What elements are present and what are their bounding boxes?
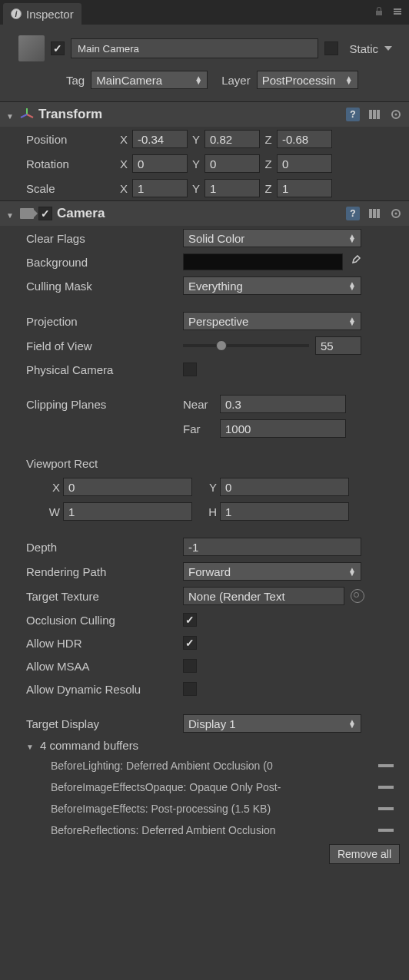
gameobject-icon[interactable] [18, 35, 45, 61]
viewport-h-input[interactable] [220, 502, 349, 521]
svg-rect-6 [369, 110, 372, 119]
static-checkbox[interactable] [324, 41, 338, 55]
rendering-path-label: Rendering Path [26, 565, 180, 578]
cmd-buffer-item: BeforeImageEffectsOpaque: Opaque Only Po… [0, 776, 409, 798]
culling-mask-dropdown[interactable]: Everything▲▼ [183, 276, 361, 295]
target-texture-field[interactable]: None (Render Text [183, 587, 344, 605]
active-checkbox[interactable] [51, 41, 65, 55]
rotation-x-input[interactable] [132, 154, 188, 173]
vw-label: W [45, 505, 60, 518]
allow-msaa-checkbox[interactable] [183, 659, 197, 673]
static-dropdown-icon[interactable] [384, 43, 395, 54]
vh-label: H [201, 505, 217, 518]
cmd-buffers-label: 4 command buffers [40, 739, 138, 752]
scale-z-input[interactable] [277, 179, 332, 197]
remove-cmd-icon[interactable] [378, 807, 394, 810]
transform-icon [20, 108, 34, 121]
scale-label: Scale [26, 182, 115, 195]
position-x-input[interactable] [132, 130, 188, 148]
projection-dropdown[interactable]: Perspective▲▼ [183, 312, 361, 330]
viewport-rect-label: Viewport Rect [26, 457, 180, 470]
camera-title: Camera [57, 206, 105, 221]
tab-menu-icon[interactable] [392, 6, 403, 19]
camera-component: Camera ? Clear Flags Solid Color▲▼ Backg… [0, 200, 409, 864]
fov-input[interactable] [315, 336, 361, 355]
clipping-planes-label: Clipping Planes [26, 398, 180, 411]
inspector-tab[interactable]: i Inspector [3, 3, 81, 25]
projection-label: Projection [26, 315, 180, 328]
allow-msaa-label: Allow MSAA [26, 660, 180, 673]
tag-label: Tag [66, 74, 85, 87]
fov-slider[interactable] [183, 344, 309, 347]
position-y-input[interactable] [204, 130, 260, 148]
help-icon[interactable]: ? [346, 207, 360, 220]
svg-rect-1 [394, 11, 401, 12]
vx-label: X [45, 481, 60, 494]
allow-dynres-checkbox[interactable] [183, 682, 197, 696]
culling-mask-label: Culling Mask [26, 280, 180, 293]
far-label: Far [183, 422, 217, 435]
info-icon: i [11, 8, 22, 19]
depth-label: Depth [26, 541, 180, 554]
gameobject-name-input[interactable] [71, 38, 318, 58]
preset-icon[interactable] [367, 207, 381, 220]
physical-camera-checkbox[interactable] [183, 363, 197, 376]
far-input[interactable] [220, 419, 346, 438]
remove-cmd-icon[interactable] [378, 829, 394, 832]
svg-rect-2 [394, 13, 401, 15]
y-label: Y [191, 133, 201, 146]
static-label: Static [349, 42, 378, 55]
cmd-buffer-item: BeforeReflections: Deferred Ambient Occl… [0, 819, 409, 841]
help-icon[interactable]: ? [346, 108, 360, 121]
transform-component: Transform ? Position X Y Z Rotation X Y … [0, 101, 409, 200]
tag-dropdown[interactable]: MainCamera ▲▼ [91, 71, 208, 89]
cmd-buffer-item: BeforeImageEffects: Post-processing (1.5… [0, 798, 409, 819]
camera-foldout[interactable] [6, 207, 15, 220]
gear-icon[interactable] [389, 207, 403, 220]
depth-input[interactable] [183, 538, 361, 556]
layer-dropdown[interactable]: PostProcessin ▲▼ [257, 71, 358, 89]
viewport-w-input[interactable] [63, 502, 192, 521]
remove-all-button[interactable]: Remove all [329, 844, 400, 864]
near-input[interactable] [220, 395, 346, 413]
viewport-y-input[interactable] [220, 478, 349, 496]
gameobject-header: Static Tag MainCamera ▲▼ Layer PostProce… [0, 25, 409, 101]
svg-rect-11 [369, 209, 372, 218]
camera-enabled-checkbox[interactable] [38, 207, 52, 220]
svg-line-5 [21, 114, 27, 118]
vy-label: Y [201, 481, 217, 494]
rotation-z-input[interactable] [277, 154, 332, 173]
target-texture-label: Target Texture [26, 590, 180, 603]
scale-x-input[interactable] [132, 179, 188, 197]
lock-icon[interactable] [374, 6, 384, 19]
transform-foldout[interactable] [6, 108, 15, 121]
object-picker-icon[interactable] [351, 589, 364, 603]
svg-rect-8 [377, 110, 380, 119]
cmd-buffers-foldout[interactable] [26, 739, 35, 752]
clear-flags-dropdown[interactable]: Solid Color▲▼ [183, 229, 361, 247]
allow-hdr-label: Allow HDR [26, 637, 180, 650]
eyedropper-icon[interactable] [349, 255, 363, 269]
rotation-y-input[interactable] [204, 154, 260, 173]
scale-y-input[interactable] [204, 179, 260, 197]
remove-cmd-icon[interactable] [378, 786, 394, 789]
occlusion-culling-checkbox[interactable] [183, 613, 197, 627]
position-z-input[interactable] [277, 130, 332, 148]
gear-icon[interactable] [389, 108, 403, 121]
remove-cmd-icon[interactable] [378, 764, 394, 767]
allow-hdr-checkbox[interactable] [183, 636, 197, 650]
position-label: Position [26, 133, 115, 146]
svg-rect-0 [394, 8, 401, 10]
rotation-label: Rotation [26, 157, 115, 171]
preset-icon[interactable] [367, 108, 381, 121]
svg-point-10 [395, 114, 397, 116]
layer-value: PostProcessin [262, 74, 336, 87]
rendering-path-dropdown[interactable]: Forward▲▼ [183, 562, 361, 581]
background-color-field[interactable] [183, 253, 343, 270]
svg-rect-7 [373, 110, 376, 119]
cmd-buffer-item: BeforeLighting: Deferred Ambient Occlusi… [0, 755, 409, 776]
viewport-x-input[interactable] [63, 478, 192, 496]
target-display-dropdown[interactable]: Display 1▲▼ [183, 714, 361, 733]
fov-label: Field of View [26, 339, 180, 353]
target-display-label: Target Display [26, 717, 180, 730]
